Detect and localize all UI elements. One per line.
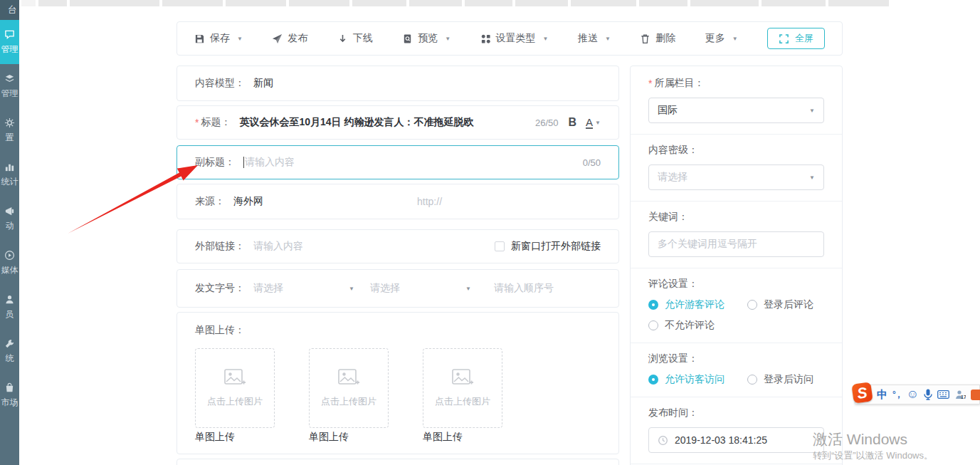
store-bag-icon bbox=[4, 382, 15, 393]
more-button[interactable]: 更多 ▼ bbox=[705, 32, 738, 45]
comment-icon bbox=[4, 29, 15, 40]
toolbox-icon[interactable] bbox=[971, 390, 980, 400]
microphone-icon[interactable] bbox=[924, 389, 932, 400]
tab-fragment bbox=[690, 0, 759, 6]
sidebar-item-label: 员 bbox=[6, 308, 14, 320]
category-icon bbox=[480, 33, 491, 44]
sogou-logo-icon[interactable]: S bbox=[851, 382, 873, 403]
delete-button[interactable]: 删除 bbox=[640, 32, 675, 45]
font-color-button[interactable]: A bbox=[586, 117, 593, 129]
external-link-row: 外部链接： 请输入内容 新窗口打开外部链接 bbox=[176, 229, 619, 263]
radio-allow-guest-comment[interactable]: 允许游客评论 bbox=[648, 298, 725, 311]
doc-number-select-1[interactable]: 请选择 ▼ bbox=[253, 282, 354, 295]
next-form-card-partial bbox=[176, 459, 619, 465]
save-label: 保存 bbox=[210, 32, 230, 45]
upload-image-button[interactable]: 点击上传图片 bbox=[309, 348, 389, 428]
sidebar-item-market[interactable]: 市场 bbox=[0, 373, 19, 417]
sidebar-item-label: 市场 bbox=[1, 397, 19, 409]
publish-time-input[interactable]: 2019-12-03 18:41:25 bbox=[648, 427, 824, 453]
ime-language-toggle[interactable]: 中 bbox=[877, 388, 887, 402]
category-label: 所属栏目： bbox=[654, 77, 704, 90]
title-char-counter: 26/50 bbox=[535, 117, 559, 128]
external-link-input[interactable]: 请输入内容 bbox=[253, 240, 303, 253]
sidebar-item-manage[interactable]: 管理 bbox=[0, 64, 19, 108]
fullscreen-button[interactable]: 全屏 bbox=[767, 28, 825, 49]
keywords-input[interactable]: 多个关键词用逗号隔开 bbox=[648, 231, 824, 257]
category-select[interactable]: 国际 ▼ bbox=[648, 98, 824, 123]
chevron-down-icon: ▼ bbox=[595, 120, 601, 126]
sidebar-item-members[interactable]: 员 bbox=[0, 285, 19, 329]
fullscreen-icon bbox=[779, 33, 789, 44]
sidebar-item-label: 台 bbox=[8, 4, 17, 16]
sidebar-item-system[interactable]: 统 bbox=[0, 329, 19, 373]
new-window-checkbox[interactable] bbox=[495, 241, 505, 251]
preview-doc-icon bbox=[402, 33, 413, 44]
chevron-down-icon: ▼ bbox=[349, 286, 354, 292]
tab-fragment bbox=[162, 0, 223, 6]
set-type-label: 设置类型 bbox=[496, 32, 536, 45]
sidebar-item-activity[interactable]: 动 bbox=[0, 197, 19, 241]
sidebar-item-content-manage[interactable]: 管理 bbox=[0, 20, 19, 64]
image-plus-icon bbox=[338, 369, 359, 387]
upload-image-button[interactable]: 点击上传图片 bbox=[195, 348, 275, 428]
sidebar-item-settings[interactable]: 置 bbox=[0, 108, 19, 152]
keywords-label: 关键词： bbox=[648, 211, 688, 224]
chevron-down-icon: ▼ bbox=[809, 108, 815, 114]
preview-label: 预览 bbox=[418, 32, 438, 45]
category-required-mark: * bbox=[648, 78, 652, 89]
offline-label: 下线 bbox=[353, 32, 373, 45]
subtitle-input[interactable]: 请输入内容 bbox=[245, 156, 583, 169]
ime-punctuation-toggle[interactable]: °， bbox=[892, 389, 902, 401]
chevron-down-icon: ▼ bbox=[605, 36, 611, 42]
radio-dot-icon bbox=[648, 320, 658, 330]
set-type-button[interactable]: 设置类型 ▼ bbox=[480, 32, 549, 45]
radio-login-view[interactable]: 登录后访问 bbox=[747, 373, 813, 386]
doc-number-row: 发文字号： 请选择 ▼ 请选择 ▼ 请输入顺序号 bbox=[176, 269, 619, 308]
publish-time-label: 发布时间： bbox=[648, 407, 698, 419]
tab-fragment bbox=[828, 0, 889, 6]
tab-fragment bbox=[289, 0, 349, 6]
upload-hint: 点击上传图片 bbox=[207, 395, 263, 408]
tab-fragment bbox=[465, 0, 512, 6]
virtual-keyboard-icon[interactable] bbox=[937, 390, 949, 399]
offline-button[interactable]: 下线 bbox=[337, 32, 373, 45]
push-button[interactable]: 推送 ▼ bbox=[578, 32, 611, 45]
radio-no-comment[interactable]: 不允许评论 bbox=[648, 319, 715, 332]
sidebar-item-home[interactable]: 台 bbox=[0, 0, 19, 20]
sidebar: 台 管理 管理 置 统计 动 媒体 员 统 市场 bbox=[0, 0, 19, 465]
doc-number-order-input[interactable]: 请输入顺序号 bbox=[494, 282, 554, 295]
sidebar-item-media[interactable]: 媒体 bbox=[0, 241, 19, 285]
chevron-down-icon: ▼ bbox=[543, 36, 549, 42]
tab-fragment bbox=[38, 0, 67, 6]
user-badge-icon[interactable]: 17 bbox=[954, 390, 966, 400]
tab-fragment bbox=[352, 0, 406, 6]
sidebar-item-statistics[interactable]: 统计 bbox=[0, 152, 19, 197]
source-url-input[interactable]: http:// bbox=[417, 196, 442, 207]
tab-fragment bbox=[515, 0, 568, 6]
tab-fragment bbox=[70, 0, 159, 6]
title-input[interactable]: 英议会休会至10月14日 约翰逊发言人：不准拖延脱欧 bbox=[239, 116, 535, 129]
text-cursor bbox=[243, 157, 244, 168]
tab-fragment bbox=[226, 0, 286, 6]
sidebar-item-label: 置 bbox=[6, 132, 14, 144]
preview-button[interactable]: 预览 ▼ bbox=[402, 32, 451, 45]
publish-button[interactable]: 发布 bbox=[272, 32, 307, 45]
radio-login-comment[interactable]: 登录后评论 bbox=[747, 298, 813, 311]
tab-fragment bbox=[21, 0, 36, 6]
secrecy-label: 内容密级： bbox=[648, 144, 698, 157]
save-button[interactable]: 保存 ▼ bbox=[194, 32, 243, 45]
source-input[interactable]: 海外网 bbox=[233, 195, 263, 208]
trash-icon bbox=[640, 33, 650, 44]
doc-number-select-2[interactable]: 请选择 ▼ bbox=[370, 282, 471, 295]
radio-allow-guest-view[interactable]: 允许访客访问 bbox=[648, 373, 725, 386]
secrecy-select[interactable]: 请选择 ▼ bbox=[648, 164, 824, 190]
emoji-icon[interactable]: ☺ bbox=[907, 387, 919, 402]
doc-number-label: 发文字号： bbox=[195, 282, 245, 295]
bold-format-button[interactable]: B bbox=[569, 116, 577, 129]
upload-image-button[interactable]: 点击上传图片 bbox=[423, 348, 502, 428]
upload-caption: 单图上传 bbox=[423, 431, 463, 444]
keywords-section: 关键词： 多个关键词用逗号隔开 bbox=[631, 201, 842, 268]
category-section: * 所属栏目： 国际 ▼ bbox=[631, 66, 842, 134]
upload-caption: 单图上传 bbox=[309, 431, 349, 444]
top-tab-strip bbox=[21, 0, 889, 6]
